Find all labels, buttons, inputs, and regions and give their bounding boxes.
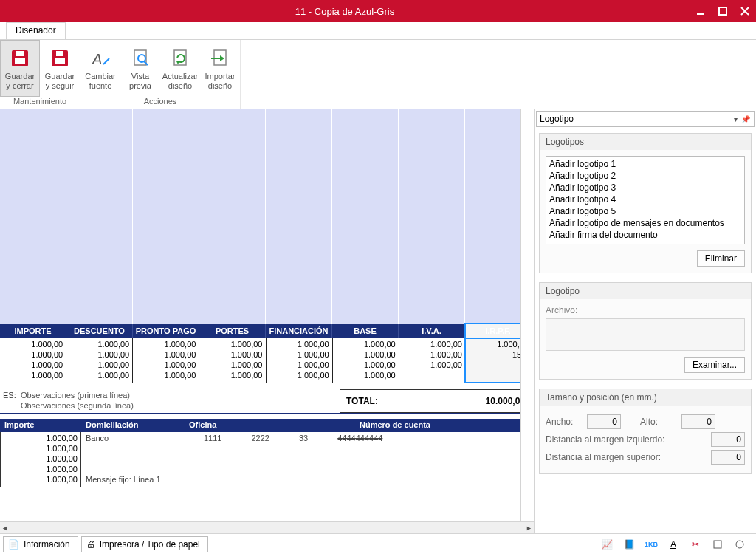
margin-top-input[interactable] bbox=[711, 450, 745, 465]
side-dropdown[interactable]: Logotipo ▾ 📌 bbox=[536, 111, 755, 127]
window-title: 11 - Copia de Azul-Gris bbox=[0, 6, 690, 17]
side-panel: Logotipo ▾ 📌 Logotipos Añadir logotipo 1… bbox=[535, 109, 756, 533]
text-a-icon[interactable]: A bbox=[667, 538, 679, 550]
hdr-pronto: PRONTO PAGO bbox=[133, 324, 199, 338]
total-box: TOTAL: 10.000,00 bbox=[340, 389, 532, 413]
list-item[interactable]: Añadir logotipo de mensajes en documento… bbox=[548, 217, 743, 229]
info-icon: 📄 bbox=[8, 539, 19, 550]
bank-headers: Importe Domiciliación Oficina Número de … bbox=[0, 419, 532, 432]
list-item[interactable]: Añadir logotipo 4 bbox=[548, 194, 743, 205]
change-font-button[interactable]: A Cambiar fuente bbox=[80, 40, 120, 97]
file-preview bbox=[546, 318, 745, 351]
close-button[interactable] bbox=[734, 0, 756, 22]
hdr-financiacion: FINANCIACIÓN bbox=[266, 324, 332, 338]
square-icon[interactable] bbox=[712, 538, 724, 550]
list-item[interactable]: Añadir logotipo 1 bbox=[548, 158, 743, 170]
magnifier-page-icon bbox=[128, 47, 152, 70]
margin-left-input[interactable] bbox=[711, 432, 745, 447]
panel-size-pos: Tamaño y posición (en mm.) Ancho: Alto: … bbox=[539, 389, 752, 474]
import-design-button[interactable]: Importar diseño bbox=[200, 40, 240, 97]
save-close-button[interactable]: Guardar y cerrar bbox=[0, 40, 40, 97]
preview-button[interactable]: Vista previa bbox=[120, 40, 160, 97]
group-label-acciones: Acciones bbox=[80, 97, 240, 109]
printer-tab[interactable]: 🖨 Impresora / Tipo de papel bbox=[81, 536, 208, 552]
chart-icon[interactable]: 📈 bbox=[601, 538, 613, 550]
svg-text:A: A bbox=[92, 51, 102, 67]
svg-line-11 bbox=[103, 58, 109, 64]
circle-icon[interactable] bbox=[734, 538, 746, 550]
minimize-button[interactable] bbox=[690, 0, 712, 22]
total-value: 10.000,00 bbox=[486, 396, 525, 406]
floppy-next-icon bbox=[48, 47, 72, 70]
delete-button[interactable]: Eliminar bbox=[697, 250, 745, 267]
fixed-msg: Mensaje fijo: Línea 1 bbox=[86, 475, 161, 485]
hdr-iva: I.V.A. bbox=[399, 324, 465, 338]
list-item[interactable]: Añadir logotipo 2 bbox=[548, 170, 743, 182]
panel-logotipos: Logotipos Añadir logotipo 1 Añadir logot… bbox=[539, 133, 752, 273]
chevron-down-icon[interactable]: ▾ bbox=[730, 115, 740, 123]
list-item[interactable]: Añadir logotipo 3 bbox=[548, 182, 743, 194]
es-label: ES: bbox=[0, 389, 18, 413]
svg-rect-9 bbox=[56, 51, 63, 56]
width-input[interactable] bbox=[587, 414, 621, 429]
bank-body: 1.000,00 1.000,00 1.000,00 1.000,00 1.00… bbox=[0, 432, 532, 487]
bank-name: Banco bbox=[86, 434, 174, 444]
browse-button[interactable]: Examinar... bbox=[684, 357, 745, 373]
save-continue-button[interactable]: Guardar y seguir bbox=[40, 40, 80, 97]
vertical-ruler bbox=[520, 109, 534, 521]
pin-icon[interactable]: 📌 bbox=[740, 115, 751, 123]
observations: Observaciones (primera línea) Observacio… bbox=[18, 389, 340, 413]
info-tab[interactable]: 📄 Información bbox=[3, 536, 78, 552]
svg-rect-5 bbox=[15, 58, 25, 64]
maximize-button[interactable] bbox=[712, 0, 734, 22]
kb-icon[interactable]: 1KB bbox=[645, 538, 657, 550]
design-canvas[interactable]: IMPORTE DESCUENTO PRONTO PAGO PORTES FIN… bbox=[0, 109, 535, 533]
svg-marker-16 bbox=[176, 61, 179, 64]
list-item[interactable]: Añadir logotipo 5 bbox=[548, 205, 743, 217]
import-page-icon bbox=[208, 47, 232, 70]
file-label: Archivo: bbox=[546, 305, 745, 315]
tab-strip: Diseñador bbox=[0, 22, 756, 40]
note-icon[interactable]: 📘 bbox=[623, 538, 635, 550]
column-headers: IMPORTE DESCUENTO PRONTO PAGO PORTES FIN… bbox=[0, 324, 532, 338]
svg-rect-1 bbox=[719, 7, 726, 15]
height-input[interactable] bbox=[681, 414, 715, 429]
hdr-base: BASE bbox=[332, 324, 399, 338]
refresh-design-button[interactable]: Actualizar diseño bbox=[160, 40, 200, 97]
group-label-mantenimiento: Mantenimiento bbox=[0, 97, 80, 109]
floppy-icon bbox=[8, 47, 32, 70]
hdr-descuento: DESCUENTO bbox=[66, 324, 133, 338]
hdr-portes: PORTES bbox=[199, 324, 266, 338]
svg-rect-8 bbox=[55, 58, 65, 64]
data-block: 1.000,001.000,001.000,001.000,00 1.000,0… bbox=[0, 338, 532, 383]
panel-logotipo: Logotipo Archivo: Examinar... bbox=[539, 282, 752, 380]
cut-icon[interactable]: ✂ bbox=[690, 538, 701, 550]
printer-icon: 🖨 bbox=[86, 539, 95, 550]
svg-rect-20 bbox=[714, 541, 721, 548]
svg-point-21 bbox=[736, 541, 743, 548]
ribbon: Guardar y cerrar Guardar y seguir Manten… bbox=[0, 40, 756, 109]
statusbar: 📄 Información 🖨 Impresora / Tipo de pape… bbox=[0, 533, 756, 554]
font-icon: A bbox=[89, 47, 112, 70]
total-label: TOTAL: bbox=[346, 396, 378, 406]
placeholder-band bbox=[0, 109, 532, 324]
list-item[interactable]: Añadir firma del documento bbox=[548, 229, 743, 241]
svg-marker-19 bbox=[220, 55, 224, 61]
titlebar: 11 - Copia de Azul-Gris bbox=[0, 0, 756, 22]
refresh-page-icon bbox=[168, 47, 192, 70]
horizontal-scrollbar[interactable]: ◄► bbox=[0, 521, 534, 533]
tab-designer[interactable]: Diseñador bbox=[6, 22, 66, 39]
svg-rect-6 bbox=[16, 51, 24, 56]
logo-listbox[interactable]: Añadir logotipo 1 Añadir logotipo 2 Añad… bbox=[546, 156, 745, 244]
hdr-importe: IMPORTE bbox=[0, 324, 66, 338]
